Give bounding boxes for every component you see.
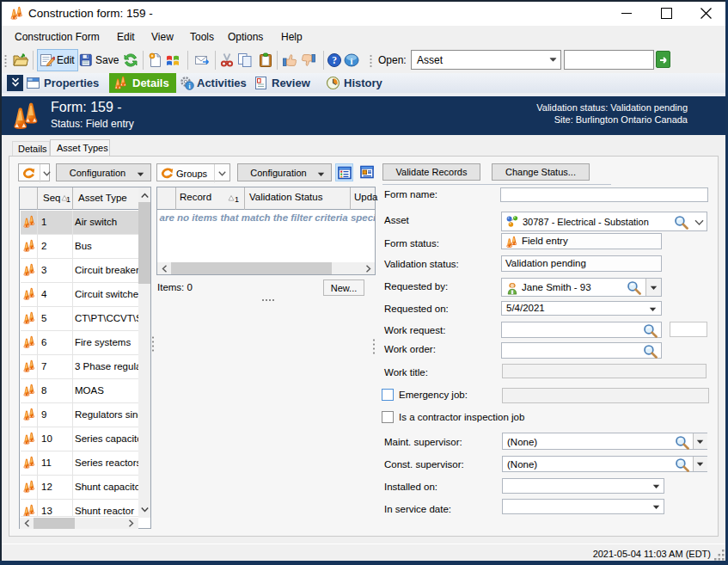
svg-text:i: i — [351, 57, 353, 66]
svg-text:?: ? — [332, 55, 337, 65]
svg-text:i: i — [188, 83, 190, 90]
